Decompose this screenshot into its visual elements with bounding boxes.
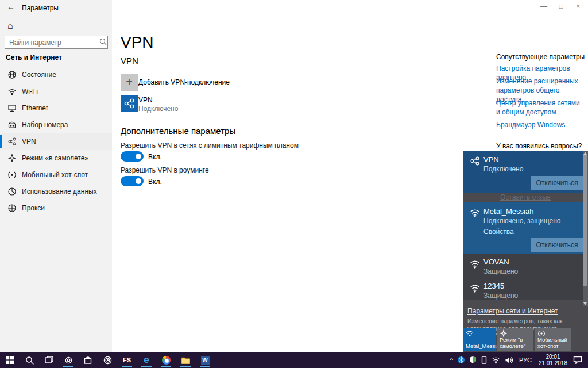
- taskbar: FS e W ^: [0, 352, 588, 368]
- back-icon[interactable]: ←: [7, 2, 15, 12]
- wifi-properties-link[interactable]: Свойства: [483, 228, 514, 236]
- sidebar-item-proxy[interactable]: Прокси: [0, 200, 112, 216]
- network-status: Защищено: [483, 267, 518, 275]
- taskbar-search-button[interactable]: [20, 352, 39, 368]
- toggle-metered-label: Разрешить VPN в сетях с лимитным тарифны…: [121, 141, 299, 150]
- device-icon[interactable]: [479, 352, 489, 368]
- sidebar-item-data-usage[interactable]: Использование данных: [0, 183, 112, 200]
- network-status: Защищено: [483, 292, 518, 300]
- task-view-button[interactable]: [39, 352, 59, 368]
- scroll-down-icon[interactable]: [583, 302, 587, 305]
- flyout-wifi-connected-item[interactable]: Metal_Messiah Подключено, защищено Свойс…: [463, 202, 588, 254]
- have-questions-text: У вас появились вопросы?: [496, 142, 582, 150]
- vpn-disconnect-button[interactable]: Отключиться: [531, 176, 583, 190]
- wifi-network-12345[interactable]: 12345 Защищено: [463, 278, 588, 301]
- link-windows-firewall[interactable]: Брандмауэр Windows: [496, 120, 582, 129]
- search-box[interactable]: [5, 36, 108, 49]
- sidebar-item-dialup[interactable]: Набор номера: [0, 116, 112, 133]
- sidebar-item-status[interactable]: Состояние: [0, 66, 112, 83]
- sidebar-item-label: Состояние: [22, 71, 56, 79]
- related-settings-title: Сопутствующие параметры: [496, 53, 585, 61]
- close-button[interactable]: ×: [570, 0, 587, 13]
- toggle-metered[interactable]: [121, 151, 144, 162]
- flyout-scrollbar[interactable]: [583, 151, 588, 306]
- desktop: ← Параметры ⌂ Сеть и Интернет Состояние …: [0, 0, 588, 368]
- sidebar-item-vpn[interactable]: VPN: [0, 133, 112, 150]
- feedback-link-ghost: Оставить отзыв: [500, 193, 551, 201]
- flyout-vpn-name: VPN: [483, 155, 499, 164]
- sidebar-item-wifi[interactable]: Wi-Fi: [0, 83, 112, 99]
- start-button[interactable]: [0, 352, 20, 368]
- hotspot-icon: [7, 170, 17, 179]
- search-icon[interactable]: [98, 37, 107, 48]
- taskbar-explorer-app[interactable]: [176, 352, 195, 368]
- taskbar-settings-app[interactable]: [59, 352, 78, 368]
- flyout-footer: Параметры сети и Интернет Изменение пара…: [463, 300, 588, 352]
- airplane-icon: [7, 154, 17, 163]
- toggle-roaming[interactable]: [121, 176, 144, 186]
- tray-wifi-icon[interactable]: [489, 352, 502, 368]
- search-input[interactable]: [5, 39, 98, 47]
- taskbar-target-app[interactable]: [98, 352, 117, 368]
- tile-label: Мобильный хот-спот: [537, 337, 571, 349]
- link-network-center[interactable]: Центр управления сетями и общим доступом: [496, 98, 582, 117]
- wifi-icon: [466, 329, 474, 340]
- tile-label: Режим "в самолете": [500, 337, 533, 349]
- vpn-connection-name[interactable]: VPN: [138, 96, 153, 104]
- add-vpn-label[interactable]: Добавить VPN-подключение: [138, 78, 230, 86]
- volume-icon[interactable]: [502, 352, 516, 368]
- clock-date: 21.01.2018: [539, 360, 567, 366]
- sidebar-item-label: Набор номера: [22, 121, 68, 129]
- network-flyout: VPN Подключено Отключиться Оставить отзы…: [463, 151, 588, 352]
- toggle-roaming-label: Разрешить VPN в роуминге: [121, 166, 209, 174]
- sidebar-item-label: VPN: [22, 137, 36, 145]
- edge-icon: e: [144, 354, 149, 366]
- add-vpn-button[interactable]: +: [121, 74, 138, 91]
- window-controls: — □ ×: [535, 0, 587, 13]
- advanced-options-title: Дополнительные параметры: [121, 126, 235, 136]
- sidebar-item-hotspot[interactable]: Мобильный хот-спот: [0, 166, 112, 183]
- toggle-knob: [136, 178, 141, 184]
- sidebar-item-label: Мобильный хот-спот: [22, 171, 88, 179]
- action-center-icon[interactable]: [571, 352, 588, 368]
- bluetooth-icon[interactable]: [455, 352, 467, 368]
- taskbar-fs-app[interactable]: FS: [117, 352, 137, 368]
- home-icon[interactable]: ⌂: [7, 21, 13, 31]
- hidden-icons-chevron[interactable]: ^: [448, 352, 455, 368]
- toggle-roaming-state: Вкл.: [148, 178, 162, 186]
- network-settings-link[interactable]: Параметры сети и Интернет: [467, 307, 558, 315]
- sidebar-item-airplane[interactable]: Режим «в самолете»: [0, 150, 112, 166]
- wifi-icon: [470, 208, 480, 220]
- fs-icon: FS: [123, 356, 131, 363]
- scroll-up-icon[interactable]: [583, 152, 587, 155]
- language-indicator[interactable]: РУС: [516, 356, 535, 363]
- wifi-disconnect-button[interactable]: Отключиться: [531, 238, 583, 252]
- sidebar-item-ethernet[interactable]: Ethernet: [0, 99, 112, 116]
- taskbar-edge-app[interactable]: e: [137, 352, 156, 368]
- system-tray: ^ РУС 20:01 21.01.2018: [448, 352, 588, 368]
- quick-tile-wifi[interactable]: Metal_Messiah: [463, 328, 496, 351]
- flyout-wifi-status: Подключено, защищено: [483, 217, 561, 225]
- toggle-metered-state: Вкл.: [148, 153, 162, 161]
- vpn-connection-icon[interactable]: [121, 95, 138, 112]
- quick-tile-mobile-hotspot[interactable]: Мобильный хот-спот: [535, 328, 571, 351]
- vpn-section-title: VPN: [121, 56, 138, 66]
- minimize-button[interactable]: —: [535, 0, 552, 13]
- taskbar-chrome-app[interactable]: [156, 352, 176, 368]
- maximize-button[interactable]: □: [552, 0, 570, 13]
- globe-icon: [7, 70, 17, 79]
- sidebar-item-label: Режим «в самолете»: [22, 154, 88, 162]
- sidebar-item-label: Использование данных: [22, 187, 97, 195]
- taskbar-word-app[interactable]: W: [195, 352, 215, 368]
- wifi-network-vovan[interactable]: VOVAN Защищено: [463, 254, 588, 277]
- taskbar-store-app[interactable]: [78, 352, 98, 368]
- defender-shield-icon[interactable]: [467, 352, 479, 368]
- pie-chart-icon: [7, 187, 17, 196]
- quick-tile-airplane-mode[interactable]: Режим "в самолете": [497, 328, 533, 351]
- scrollbar-thumb[interactable]: [583, 155, 587, 286]
- clock[interactable]: 20:01 21.01.2018: [535, 354, 571, 366]
- sidebar-item-label: Ethernet: [22, 104, 48, 112]
- flyout-vpn-status: Подключено: [483, 165, 523, 173]
- feedback-ghost-band: Оставить отзыв: [463, 193, 588, 202]
- flyout-vpn-item[interactable]: VPN Подключено Отключиться: [463, 151, 588, 193]
